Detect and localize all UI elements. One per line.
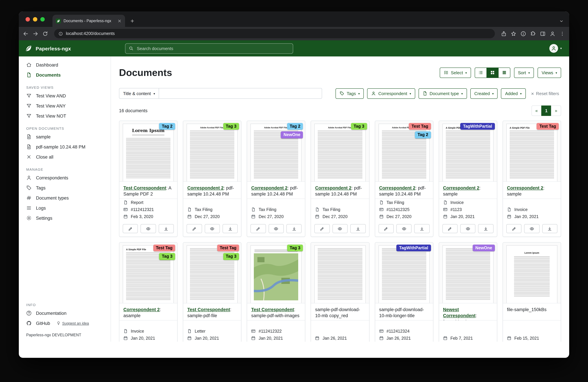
download-button[interactable] — [159, 224, 174, 233]
sidebar-item-manage-settings[interactable]: Settings — [19, 213, 111, 223]
sidebar-item-documents[interactable]: Documents — [19, 70, 111, 80]
tag-badge[interactable]: TagWithPartial — [461, 123, 495, 130]
document-title[interactable]: Newest Correspondent: f_combineds — [439, 303, 497, 320]
document-card[interactable]: NewOne Newest Correspondent: f_combineds… — [439, 242, 497, 342]
added-filter-button[interactable]: Added▾ — [501, 88, 526, 99]
document-card[interactable]: A Simple PDF File Test TagTag 3 Correspo… — [119, 242, 177, 342]
edit-button[interactable] — [251, 224, 266, 233]
document-title[interactable]: Correspondent 2: pdf-sample 10.24.48 PM — [375, 182, 433, 199]
search-input[interactable] — [136, 45, 290, 51]
correspondent-link[interactable]: Correspondent 2 — [315, 185, 352, 190]
document-title[interactable]: Correspondent 2: pdf-sample 10.24.48 PM — [183, 182, 241, 199]
view-button[interactable] — [269, 224, 284, 233]
view-button[interactable] — [141, 224, 156, 233]
reload-button[interactable] — [42, 31, 48, 37]
sidebar-item-saved-view-test-view-and[interactable]: Test View AND — [19, 91, 111, 101]
edit-button[interactable] — [315, 224, 330, 233]
edit-button[interactable] — [442, 224, 458, 233]
document-title[interactable]: Correspondent 2: asample — [119, 303, 177, 320]
document-title[interactable]: file-sample_150kBs — [503, 303, 561, 320]
prev-page-button[interactable]: « — [531, 105, 542, 116]
document-title[interactable]: Test Correspondent: sample-pdf-with-imag… — [247, 303, 305, 320]
document-title[interactable]: sample-pdf-download-10-mb copy_red — [311, 303, 369, 320]
view-button[interactable] — [205, 224, 220, 233]
correspondent-link[interactable]: Test Correspondent — [187, 307, 230, 312]
tab-close-icon[interactable] — [117, 19, 122, 23]
document-card[interactable]: Adobe Acrobat PDF Files Test TagTag 2 Co… — [375, 121, 433, 237]
reset-filters-button[interactable]: × Reset filters — [529, 91, 561, 96]
new-tab-button[interactable] — [130, 19, 135, 23]
correspondent-link[interactable]: Correspondent 2 — [379, 185, 415, 190]
download-button[interactable] — [542, 224, 557, 233]
tag-badge[interactable]: Tag 2 — [159, 123, 175, 130]
download-button[interactable] — [414, 224, 430, 233]
bookmark-star-button[interactable] — [511, 31, 516, 37]
correspondent-link[interactable]: Test Correspondent — [251, 307, 294, 312]
document-card[interactable]: Adobe Acrobat PDF Files Tag 3 Correspond… — [183, 121, 241, 237]
view-button[interactable] — [333, 224, 348, 233]
document-card[interactable]: sample-pdf-download-10-mb copy_red Jan 2… — [311, 242, 369, 342]
document-preview[interactable]: Adobe Acrobat PDF Files Tag 3 — [311, 121, 369, 182]
document-title[interactable]: Correspondent 2: sample — [503, 182, 561, 199]
tag-badge[interactable]: Tag 3 — [159, 253, 175, 260]
view-details-button[interactable] — [498, 67, 510, 78]
views-button[interactable]: Views▾ — [538, 67, 561, 78]
document-title[interactable]: Test Correspondent: sample-pdf-file — [183, 303, 241, 320]
document-title[interactable]: Test Correspondent: A Sample PDF 2 — [119, 182, 177, 199]
sidebar-item-manage-logs[interactable]: Logs — [19, 203, 111, 213]
sidebar-item-saved-view-test-view-any[interactable]: Test View ANY — [19, 101, 111, 111]
global-search[interactable] — [125, 43, 293, 54]
tag-badge[interactable]: Test Tag — [409, 123, 431, 130]
correspondent-link[interactable]: Newest Correspondent — [443, 307, 476, 318]
sidebar-item-dashboard[interactable]: Dashboard — [19, 60, 111, 70]
app-brand[interactable]: Paperless-ngx — [19, 45, 111, 52]
document-card[interactable]: Lorem ipsum file-sample_150kBs Feb 15, 2… — [503, 242, 561, 342]
correspondent-link[interactable]: Correspondent 2 — [443, 185, 479, 190]
edit-button[interactable] — [187, 224, 202, 233]
download-button[interactable] — [478, 224, 494, 233]
edit-button[interactable] — [378, 224, 394, 233]
tags-filter-button[interactable]: Tags▾ — [336, 88, 364, 99]
document-preview[interactable]: NewOne — [439, 242, 497, 303]
tag-badge[interactable]: Tag 3 — [287, 245, 303, 251]
edit-button[interactable] — [123, 224, 138, 233]
extensions-puzzle-button[interactable] — [530, 31, 536, 37]
document-title[interactable]: Correspondent 2: sample — [439, 182, 497, 199]
correspondent-link[interactable]: Correspondent 2 — [251, 185, 288, 190]
tag-badge[interactable]: Test Tag — [537, 123, 559, 130]
document-preview[interactable]: Adobe Acrobat PDF Files Test TagTag 2 — [375, 121, 433, 182]
tab-list-chevron-icon[interactable] — [559, 19, 564, 23]
page-1-button[interactable]: 1 — [541, 105, 551, 116]
created-filter-button[interactable]: Created▾ — [470, 88, 498, 99]
browser-tab[interactable]: Documents - Paperless-ngx — [52, 15, 125, 27]
next-page-button[interactable]: » — [551, 105, 561, 116]
document-preview[interactable]: Test TagTag 3 — [183, 242, 241, 303]
tag-badge[interactable]: Tag 2 — [415, 132, 431, 139]
page-status-icon[interactable] — [520, 31, 526, 37]
document-preview[interactable]: A Simple PDF File TagWithPartial — [439, 121, 497, 182]
document-title[interactable]: Correspondent 2: pdf-sample 10.24.48 PM — [247, 182, 305, 199]
correspondent-filter-button[interactable]: Correspondent▾ — [367, 88, 415, 99]
document-card[interactable]: Test TagTag 3 Test Correspondent: sample… — [183, 242, 241, 342]
title-content-input[interactable] — [159, 88, 322, 99]
sidebar-item-saved-view-test-view-not[interactable]: Test View NOT — [19, 111, 111, 121]
user-menu[interactable]: ▾ — [549, 44, 562, 53]
view-list-button[interactable] — [475, 67, 487, 78]
tag-badge[interactable]: Test Tag — [217, 245, 239, 251]
browser-menu-kebab-button[interactable] — [559, 31, 565, 37]
tag-badge[interactable]: Tag 3 — [223, 123, 239, 130]
zoom-window-button[interactable] — [40, 17, 45, 21]
back-button[interactable] — [23, 31, 29, 37]
document-card[interactable]: Adobe Acrobat PDF Files Tag 3 Correspond… — [311, 121, 369, 237]
document-card[interactable]: TagWithPartial sample-pdf-download-10-mb… — [375, 242, 433, 342]
share-button[interactable] — [501, 31, 507, 37]
document-card[interactable]: A Simple PDF File Test Tag Correspondent… — [503, 121, 561, 237]
edit-button[interactable] — [506, 224, 522, 233]
sort-button[interactable]: Sort▾ — [514, 67, 534, 78]
document-preview[interactable] — [311, 242, 369, 303]
document-title[interactable]: sample-pdf-download-10-mb-longer-title — [375, 303, 433, 320]
sidebar-item-open-document-pdf-sample[interactable]: pdf-sample 10.24.48 PM — [19, 142, 111, 152]
browser-profile-button[interactable] — [550, 31, 555, 37]
sidebar-item-info-documentation[interactable]: Documentation — [19, 308, 111, 318]
document-card[interactable]: Tag 3 Test Correspondent: sample-pdf-wit… — [247, 242, 305, 342]
